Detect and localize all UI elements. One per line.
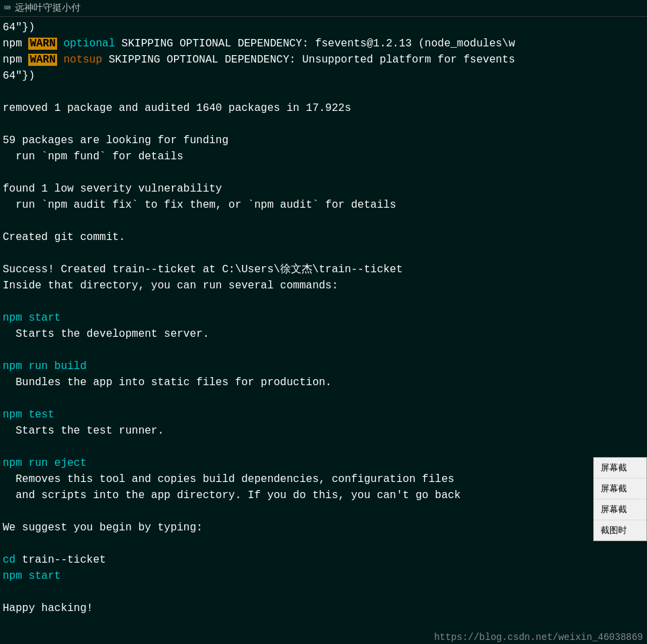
terminal-content: 64"}) npm WARN optional SKIPPING OPTIONA… [0, 17, 647, 619]
removed-packages-line: removed 1 package and audited 1640 packa… [3, 100, 644, 116]
funding-detail-line: run `npm fund` for details [3, 149, 644, 165]
context-menu-item-2[interactable]: 屏幕截 [594, 479, 646, 499]
blank12 [3, 584, 644, 600]
blank2 [3, 116, 644, 132]
inside-dir-line: Inside that directory, you can run sever… [3, 278, 644, 294]
vuln-line: found 1 low severity vulnerability [3, 181, 644, 197]
cd-line: cd train--ticket [3, 552, 644, 568]
blank11 [3, 536, 644, 552]
npm-run-eject-desc1: Removes this tool and copies build depen… [3, 471, 644, 487]
npm-run-eject-command: npm run eject [3, 455, 644, 471]
blank9 [3, 439, 644, 455]
title-bar-label: 远神叶守挺小付 [15, 2, 81, 14]
blank7 [3, 342, 644, 358]
context-menu-item-4[interactable]: 截图时 [594, 520, 646, 540]
bottom-url-text: https://blog.csdn.net/weixin_46038869 [434, 632, 643, 643]
line3-warn-notsup: npm WARN notsup SKIPPING OPTIONAL DEPEND… [3, 52, 644, 68]
blank1 [3, 84, 644, 100]
line1: 64"}) [3, 19, 644, 36]
title-bar: ⌨ 远神叶守挺小付 [0, 0, 647, 17]
bottom-url-bar: https://blog.csdn.net/weixin_46038869 [430, 631, 647, 644]
npm-run-eject-desc2: and scripts into the app directory. If y… [3, 487, 644, 504]
vuln-fix-line: run `npm audit fix` to fix them, or `npm… [3, 197, 644, 213]
line2-warn-optional: npm WARN optional SKIPPING OPTIONAL DEPE… [3, 36, 644, 52]
context-menu[interactable]: 屏幕截 屏幕截 屏幕截 截图时 [593, 457, 647, 541]
context-menu-item-3[interactable]: 屏幕截 [594, 499, 646, 520]
blank5 [3, 245, 644, 261]
npm-start-final-command: npm start [3, 568, 644, 584]
blank6 [3, 294, 644, 310]
npm-start-desc: Starts the development server. [3, 326, 644, 342]
blank10 [3, 504, 644, 520]
success-line: Success! Created train--ticket at C:\Use… [3, 261, 644, 278]
npm-test-desc: Starts the test runner. [3, 423, 644, 439]
npm-start-command: npm start [3, 310, 644, 326]
context-menu-item-1[interactable]: 屏幕截 [594, 458, 646, 479]
npm-run-build-command: npm run build [3, 358, 644, 374]
blank3 [3, 165, 644, 181]
npm-run-build-desc: Bundles the app into static files for pr… [3, 374, 644, 391]
warn-badge-optional: WARN [28, 38, 56, 50]
line4: 64"}) [3, 68, 644, 84]
git-commit-line: Created git commit. [3, 229, 644, 245]
blank8 [3, 391, 644, 407]
suggest-line: We suggest you begin by typing: [3, 520, 644, 536]
happy-hacking-line: Happy hacking! [3, 600, 644, 616]
terminal-icon: ⌨ [4, 1, 11, 15]
warn-badge-notsup: WARN [28, 54, 56, 66]
terminal-window: ⌨ 远神叶守挺小付 64"}) npm WARN optional SKIPPI… [0, 0, 647, 644]
npm-test-command: npm test [3, 407, 644, 423]
funding-line: 59 packages are looking for funding [3, 132, 644, 149]
blank4 [3, 213, 644, 229]
